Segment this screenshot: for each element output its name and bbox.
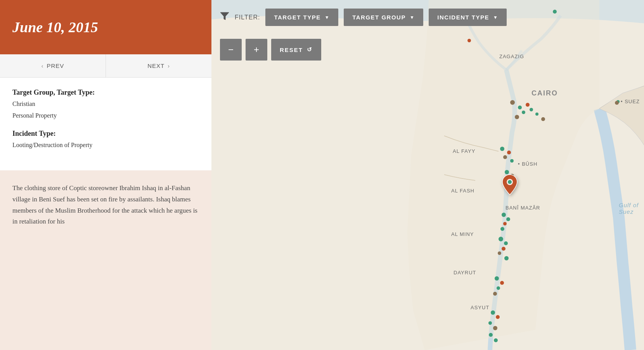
incident-dot[interactable]	[499, 237, 503, 241]
incident-dot[interactable]	[522, 111, 525, 114]
incident-label: Incident Type:	[12, 130, 199, 138]
filter-icon	[220, 12, 229, 23]
incident-dot[interactable]	[504, 256, 509, 260]
zoom-in-icon: +	[254, 44, 259, 55]
target-group-chevron: ▼	[410, 15, 415, 20]
target-type-value: Personal Property	[12, 111, 199, 121]
incident-dot[interactable]	[493, 292, 497, 296]
zoom-out-button[interactable]: −	[220, 39, 242, 61]
incident-dot[interactable]	[541, 117, 545, 121]
target-info-block: Target Group, Target Type: Christian Per…	[12, 88, 199, 120]
svg-point-5	[508, 180, 512, 184]
incident-dot[interactable]	[530, 108, 533, 111]
incident-dot[interactable]	[496, 315, 500, 319]
filter-label: FILTER:	[235, 14, 260, 21]
target-type-filter-button[interactable]: TARGET TYPE ▼	[265, 9, 338, 26]
description-text: The clothing store of Coptic storeowner …	[12, 183, 199, 228]
incident-dot[interactable]	[500, 227, 504, 231]
date-title: June 10, 2015	[12, 19, 98, 36]
incident-value: Looting/Destruction of Property	[12, 140, 199, 150]
incident-dot[interactable]	[495, 276, 499, 281]
incident-type-chevron: ▼	[493, 15, 498, 20]
map-controls: − + RESET ↺	[220, 39, 321, 61]
incident-dot[interactable]	[504, 241, 508, 245]
next-label: NEXT	[147, 62, 164, 69]
reset-button[interactable]: RESET ↺	[271, 39, 321, 61]
incident-dot[interactable]	[502, 247, 506, 251]
left-panel: June 10, 2015 ‹ PREV NEXT › Target Group…	[0, 0, 211, 350]
incident-dot[interactable]	[502, 213, 506, 217]
next-arrow: ›	[168, 63, 170, 69]
incident-dot[interactable]	[515, 115, 519, 119]
incident-dot[interactable]	[497, 286, 500, 290]
incident-dot[interactable]	[498, 251, 501, 255]
prev-arrow: ‹	[42, 63, 44, 69]
incident-dot[interactable]	[526, 103, 530, 107]
incident-dot[interactable]	[500, 281, 504, 285]
incident-dot[interactable]	[503, 155, 507, 159]
incident-dot[interactable]	[500, 147, 504, 151]
target-type-filter-label: TARGET TYPE	[274, 14, 320, 21]
description-section: The clothing store of Coptic storeowner …	[0, 170, 211, 350]
incident-dot[interactable]	[503, 222, 507, 225]
incident-dot[interactable]	[493, 326, 497, 330]
incident-dot[interactable]	[491, 310, 495, 315]
incident-dot[interactable]	[467, 39, 471, 42]
incident-dot[interactable]	[488, 321, 492, 325]
target-label: Target Group, Target Type:	[12, 88, 199, 97]
prev-button[interactable]: ‹ PREV	[0, 54, 106, 77]
reset-icon: ↺	[307, 46, 313, 53]
incident-dot[interactable]	[489, 333, 493, 337]
prev-label: PREV	[47, 62, 64, 69]
selected-pin[interactable]	[501, 174, 519, 197]
incident-type-filter-button[interactable]: INCIDENT TYPE ▼	[429, 9, 507, 26]
incident-dot[interactable]	[510, 100, 515, 105]
map-panel: CAIRO • SUEZ ZAGAZIG AL FAYY • BÛSH AL F…	[211, 0, 644, 350]
reset-label: RESET	[280, 47, 303, 53]
incident-dot[interactable]	[494, 338, 498, 342]
date-header: June 10, 2015	[0, 0, 211, 54]
incident-type-filter-label: INCIDENT TYPE	[437, 14, 489, 21]
zoom-in-button[interactable]: +	[246, 39, 267, 61]
incident-dot[interactable]	[615, 101, 619, 105]
filter-bar: FILTER: TARGET TYPE ▼ TARGET GROUP ▼ INC…	[220, 9, 635, 26]
target-type-chevron: ▼	[325, 15, 330, 20]
target-group-filter-label: TARGET GROUP	[352, 14, 406, 21]
info-section: Target Group, Target Type: Christian Per…	[0, 78, 211, 170]
incident-dot[interactable]	[506, 217, 510, 221]
target-group-filter-button[interactable]: TARGET GROUP ▼	[344, 9, 423, 26]
incident-dot[interactable]	[510, 159, 514, 163]
next-button[interactable]: NEXT ›	[106, 54, 211, 77]
incident-dot[interactable]	[535, 113, 538, 116]
incident-dot[interactable]	[507, 151, 511, 154]
target-group-value: Christian	[12, 99, 199, 109]
navigation-bar: ‹ PREV NEXT ›	[0, 54, 211, 78]
incident-info-block: Incident Type: Looting/Destruction of Pr…	[12, 130, 199, 150]
incident-dot[interactable]	[518, 106, 522, 109]
zoom-out-icon: −	[228, 44, 234, 55]
